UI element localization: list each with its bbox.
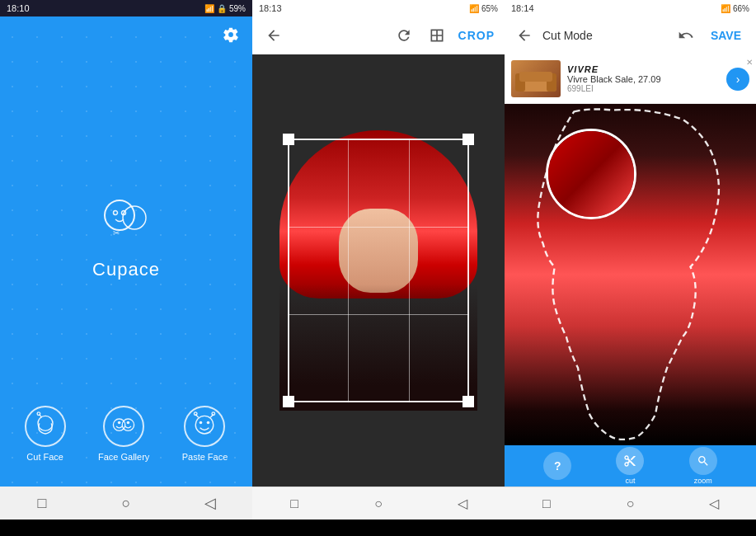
signal-icon-p1: 📶 [204,4,214,13]
ad-brand-info: VIVRE Vivre Black Sale, 27.09 699LEI [567,64,726,93]
nav-circle-icon-p1[interactable]: ○ [117,494,135,512]
cut-tool-btn[interactable]: cut [616,447,644,485]
gear-svg [223,26,239,43]
zoom-tool-label: zoom [694,477,712,485]
status-bar-panel3: 18:14 📶 66% [505,0,756,16]
logo-svg: ✂ [93,195,159,252]
undo-svg [678,27,694,44]
app-container: 18:10 📶 🔒 59% [0,0,756,536]
status-bar-panel2: 18:13 📶 65% [252,0,505,16]
wifi-icon-p1: 🔒 [217,4,227,13]
paste-face-item[interactable]: Paste Face [182,406,228,462]
svg-point-9 [122,419,134,430]
ad-close-btn[interactable]: ✕ [746,58,753,67]
app-name: Cupace [92,259,160,280]
face-gallery-svg [109,411,139,441]
paste-face-svg [190,411,219,441]
nav-bar-panel3: □ ○ ◁ [505,487,756,520]
cut-mode-toolbar: Cut Mode SAVE [505,16,756,54]
nav-square-icon-p3[interactable]: □ [538,495,556,513]
nav-triangle-icon-p2[interactable]: ◁ [453,495,472,513]
nav-bar-panel2: □ ○ ◁ [252,487,505,520]
nav-triangle-icon-p3[interactable]: ◁ [705,495,723,513]
back-btn-p3[interactable] [513,24,536,47]
cut-mode-label: Cut Mode [542,29,668,42]
paste-face-label: Paste Face [182,452,228,462]
svg-point-10 [118,421,121,425]
undo-btn[interactable] [674,24,697,47]
crop-image [279,130,477,411]
panel-cut-mode: 18:14 📶 66% Cut Mode SAVE [505,0,756,520]
svg-point-12 [196,416,214,434]
svg-point-16 [212,412,215,416]
svg-point-13 [200,421,203,425]
settings-icon[interactable] [219,23,242,46]
cut-canvas [505,104,756,445]
battery-p2: 65% [481,4,498,13]
scissors-icon [616,447,644,475]
scissors-svg [623,454,636,468]
time-panel1: 18:10 [0,3,36,13]
cut-face-svg [31,411,60,441]
help-btn[interactable]: ? [543,452,571,480]
status-bar-panel1: 18:10 📶 🔒 59% [0,0,252,16]
cut-face-label: Cut Face [26,452,63,462]
face-gallery-icon [103,406,144,447]
back-arrow-svg [265,27,282,44]
svg-text:✂: ✂ [113,228,120,237]
crop-content[interactable] [252,54,505,487]
signal-icon-p2: 📶 [469,4,479,13]
ad-tagline: Vivre Black Sale, 27.09 [567,74,726,84]
back-btn-p2[interactable] [262,24,285,47]
ad-banner: VIVRE Vivre Black Sale, 27.09 699LEI › ✕ [505,54,756,104]
svg-point-5 [38,416,53,430]
panel1-header [0,16,252,53]
time-panel3: 18:14 [505,3,541,13]
svg-point-7 [37,412,40,416]
sofa-svg [511,60,561,97]
cut-tool-label: cut [625,477,635,485]
panel-cupace-home: 18:10 📶 🔒 59% [0,0,252,520]
cut-face-icon [25,406,66,447]
svg-point-0 [105,200,134,230]
back-arrow-p3-svg [516,27,533,44]
cupace-logo: ✂ [93,195,159,252]
svg-point-11 [127,421,130,425]
svg-rect-20 [519,72,552,82]
crop-toolbar: CROP [252,16,505,54]
cut-tools-bar: ? cut zoom [505,445,756,487]
battery-p3: 66% [733,4,749,13]
paste-face-icon [184,406,225,447]
help-icon: ? [543,452,571,480]
crop-label: CROP [458,29,495,42]
svg-point-2 [114,211,118,215]
ad-brand-name: VIVRE [567,64,599,74]
zoom-icon [689,447,717,475]
nav-triangle-icon-p1[interactable]: ◁ [201,494,219,512]
nav-bar-panel1: □ ○ ◁ [0,487,252,520]
zoom-tool-btn[interactable]: zoom [689,447,717,485]
ad-arrow-btn[interactable]: › [726,68,749,91]
refresh-svg [396,27,412,44]
ad-product-image [511,60,561,97]
face-gallery-label: Face Gallery [98,452,149,462]
crop-image-wrapper[interactable] [279,130,477,411]
cut-content[interactable] [505,104,756,445]
refresh-btn[interactable] [392,24,416,47]
zoom-svg [697,454,710,468]
zoom-circle [546,129,636,219]
ad-price: 699LEI [567,84,726,93]
bg-fade [279,284,477,411]
nav-circle-icon-p2[interactable]: ○ [369,495,387,513]
nav-square-icon-p2[interactable]: □ [285,495,303,513]
face-sim [339,209,418,293]
nav-circle-icon-p3[interactable]: ○ [621,495,639,513]
save-button[interactable]: SAVE [704,26,748,45]
layout-btn[interactable] [425,24,448,47]
zoom-preview [548,131,634,217]
logo-area: ✂ Cupace [0,86,252,389]
time-panel2: 18:13 [252,3,289,13]
cut-face-item[interactable]: Cut Face [25,406,66,462]
nav-square-icon-p1[interactable]: □ [33,494,51,512]
face-gallery-item[interactable]: Face Gallery [98,406,149,462]
